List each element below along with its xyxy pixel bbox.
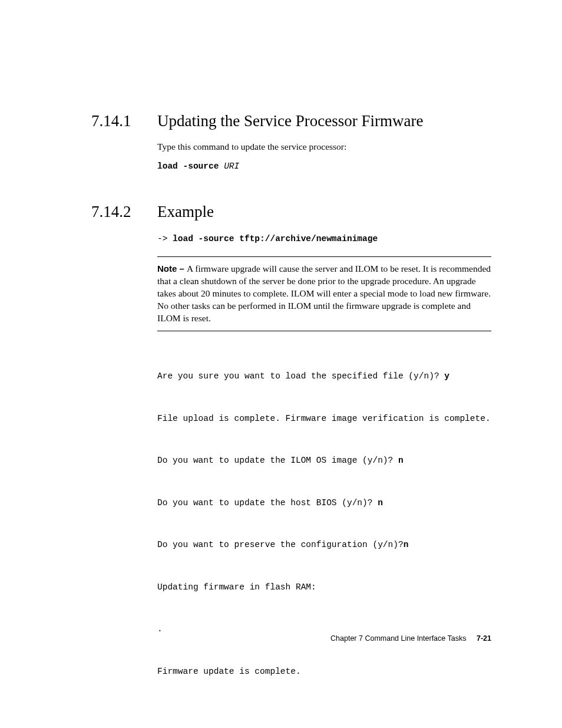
prompt-text: Do you want to preserve the configuratio… bbox=[157, 540, 404, 549]
command-syntax: load -source URI bbox=[157, 162, 491, 171]
note-text: A firmware upgrade will cause the server… bbox=[157, 263, 491, 323]
answer: n bbox=[404, 540, 409, 549]
terminal-line: File upload is complete. Firmware image … bbox=[157, 413, 491, 424]
terminal-line: Do you want to update the ILOM OS image … bbox=[157, 455, 491, 466]
section-title: Example bbox=[157, 203, 214, 221]
terminal-output: Are you sure you want to load the specif… bbox=[157, 349, 491, 709]
prompt-text: Do you want to update the ILOM OS image … bbox=[157, 456, 398, 465]
section-heading-7-14-1: 7.14.1 Updating the Service Processor Fi… bbox=[91, 112, 491, 130]
section-number: 7.14.2 bbox=[91, 203, 157, 221]
prompt: -> bbox=[157, 234, 173, 243]
command-keyword: load -source bbox=[157, 162, 219, 171]
terminal-line: Are you sure you want to load the specif… bbox=[157, 371, 491, 382]
intro-paragraph: Type this command to update the service … bbox=[157, 141, 491, 153]
answer: n bbox=[398, 456, 404, 465]
prompt-text: Do you want to update the host BIOS (y/n… bbox=[157, 498, 378, 508]
terminal-line: Do you want to update the host BIOS (y/n… bbox=[157, 498, 491, 509]
terminal-line: Firmware update is complete. bbox=[157, 666, 491, 677]
page-footer: Chapter 7 Command Line Interface Tasks 7… bbox=[330, 634, 491, 643]
note-label: Note – bbox=[157, 263, 187, 274]
page-content: 7.14.1 Updating the Service Processor Fi… bbox=[0, 0, 562, 708]
section-number: 7.14.1 bbox=[91, 112, 157, 130]
footer-page-number: 7-21 bbox=[477, 634, 491, 643]
command-argument: URI bbox=[224, 162, 239, 171]
footer-chapter: Chapter 7 Command Line Interface Tasks bbox=[330, 634, 466, 643]
answer: y bbox=[444, 371, 449, 381]
answer: n bbox=[378, 498, 383, 508]
prompt-text: Are you sure you want to load the specif… bbox=[157, 371, 444, 381]
section-body-1: Type this command to update the service … bbox=[157, 141, 491, 171]
note-box: Note – A firmware upgrade will cause the… bbox=[157, 256, 491, 331]
example-command-line: -> load -source tftp://archive/newmainim… bbox=[157, 234, 491, 243]
terminal-line: Updating firmware in flash RAM: bbox=[157, 582, 491, 593]
section-heading-7-14-2: 7.14.2 Example bbox=[91, 203, 491, 221]
terminal-line: . bbox=[157, 624, 491, 635]
example-command: load -source tftp://archive/newmainimage bbox=[173, 234, 378, 243]
terminal-line: Do you want to preserve the configuratio… bbox=[157, 539, 491, 551]
section-title: Updating the Service Processor Firmware bbox=[157, 112, 423, 130]
